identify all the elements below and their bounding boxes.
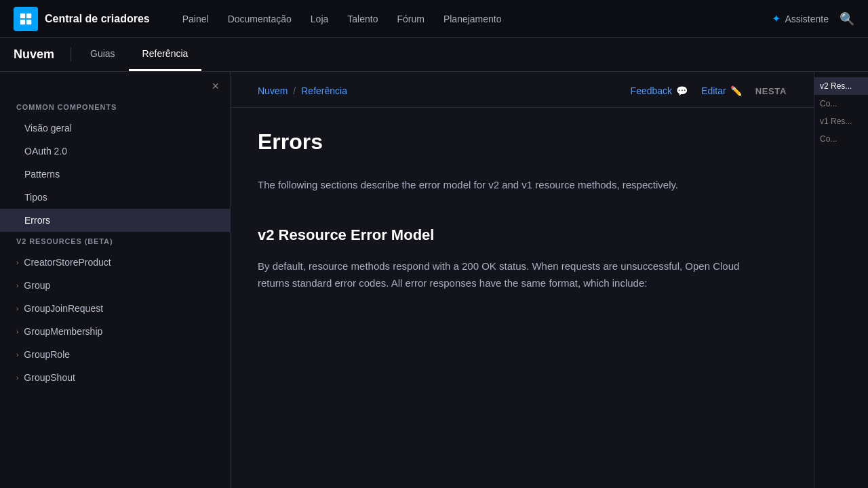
nav-planejamento[interactable]: Planejamento [443, 14, 502, 24]
right-panel-item-v2res[interactable]: v2 Res... [814, 77, 868, 95]
chevron-icon-gjr: › [16, 305, 18, 312]
sidebar-item-errors[interactable]: Errors [0, 209, 230, 232]
right-panel-item-v1res[interactable]: v1 Res... [814, 113, 868, 130]
secondary-nav-brand: Nuvem [14, 47, 71, 62]
sidebar: × COMMON COMPONENTS Visão geral OAuth 2.… [0, 72, 231, 488]
content-actions: Feedback 💬 Editar ✏️ NESTA [631, 85, 787, 96]
close-sidebar-button[interactable]: × [212, 80, 219, 92]
tab-referencia[interactable]: Referência [129, 38, 202, 71]
breadcrumb-nuvem[interactable]: Nuvem [258, 85, 288, 96]
sidebar-item-visao-geral[interactable]: Visão geral [0, 117, 230, 140]
sidebar-item-creator-store-product[interactable]: › CreatorStoreProduct [0, 251, 230, 274]
nav-documentacao[interactable]: Documentação [228, 14, 292, 24]
sidebar-item-group[interactable]: › Group [0, 274, 230, 297]
sidebar-close-area: × [0, 72, 230, 98]
sidebar-item-group-shout[interactable]: › GroupShout [0, 366, 230, 389]
sidebar-item-tipos[interactable]: Tipos [0, 186, 230, 209]
page-title: Errors [258, 129, 787, 155]
nav-right: ✦ Assistente 🔍 [772, 12, 854, 26]
svg-rect-0 [20, 13, 25, 18]
feedback-button[interactable]: Feedback 💬 [631, 85, 688, 96]
right-panel-item-co1[interactable]: Co... [814, 95, 868, 113]
section1-text: By default, resource methods respond wit… [258, 258, 746, 292]
sidebar-item-patterns[interactable]: Patterns [0, 163, 230, 186]
intro-text: The following sections describe the erro… [258, 176, 746, 194]
feedback-icon: 💬 [676, 85, 688, 96]
nav-forum[interactable]: Fórum [397, 14, 424, 24]
nesta-label: NESTA [755, 86, 787, 96]
chevron-icon-gm: › [16, 328, 18, 336]
right-panel-item-co2[interactable]: Co... [814, 130, 868, 148]
svg-rect-1 [26, 13, 31, 18]
svg-rect-2 [20, 19, 25, 24]
edit-label: Editar [701, 85, 726, 96]
right-panel: v2 Res... Co... v1 Res... Co... [814, 72, 868, 488]
edit-button[interactable]: Editar ✏️ [701, 85, 742, 96]
assistant-label: Assistente [785, 14, 829, 24]
breadcrumb-referencia[interactable]: Referência [301, 85, 347, 96]
nav-talento[interactable]: Talento [347, 14, 378, 24]
chevron-icon-gr: › [16, 351, 18, 359]
assistant-button[interactable]: ✦ Assistente [772, 12, 829, 25]
edit-icon: ✏️ [730, 85, 742, 96]
chevron-icon-gs: › [16, 374, 18, 382]
content-header: Nuvem / Referência Feedback 💬 Editar ✏️ … [231, 72, 814, 108]
svg-rect-3 [26, 19, 31, 24]
brand-logo [14, 7, 38, 31]
breadcrumb: Nuvem / Referência [258, 85, 625, 96]
chevron-icon-creator: › [16, 259, 18, 266]
section-label-v2: V2 RESOURCES (BETA) [0, 232, 230, 251]
nav-loja[interactable]: Loja [311, 14, 328, 24]
sidebar-item-group-membership[interactable]: › GroupMembership [0, 320, 230, 343]
tab-guias[interactable]: Guias [77, 38, 129, 71]
feedback-label: Feedback [631, 85, 672, 96]
sidebar-item-group-role[interactable]: › GroupRole [0, 343, 230, 366]
content-area: Nuvem / Referência Feedback 💬 Editar ✏️ … [231, 72, 814, 488]
brand-icon [18, 12, 33, 26]
content-body: Errors The following sections describe t… [231, 108, 814, 314]
brand-name: Central de criadores [45, 13, 150, 25]
chevron-icon-group: › [16, 282, 18, 289]
search-button[interactable]: 🔍 [840, 12, 854, 26]
sidebar-item-oauth[interactable]: OAuth 2.0 [0, 140, 230, 163]
main-layout: × COMMON COMPONENTS Visão geral OAuth 2.… [0, 72, 868, 488]
nav-links: Painel Documentação Loja Talento Fórum P… [182, 14, 751, 24]
brand: Central de criadores [14, 7, 150, 31]
sidebar-item-group-join-request[interactable]: › GroupJoinRequest [0, 297, 230, 320]
section1-title: v2 Resource Error Model [258, 226, 787, 244]
assistant-icon: ✦ [772, 12, 781, 25]
nav-painel[interactable]: Painel [182, 14, 209, 24]
secondary-nav-tabs: Guias Referência [77, 38, 201, 71]
secondary-nav: Nuvem Guias Referência [0, 38, 868, 72]
breadcrumb-sep-1: / [293, 85, 296, 96]
section-label-common: COMMON COMPONENTS [0, 98, 230, 117]
top-nav: Central de criadores Painel Documentação… [0, 0, 868, 38]
